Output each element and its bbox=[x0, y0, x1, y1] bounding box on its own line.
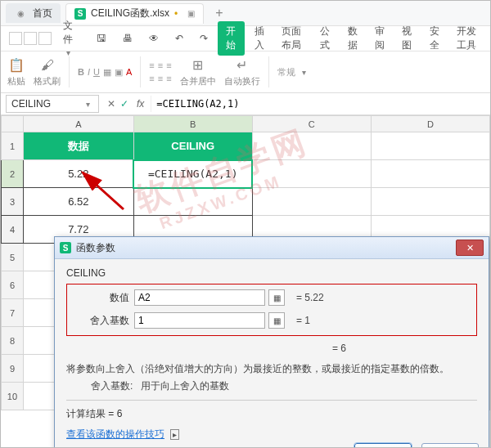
row-header[interactable]: 1 bbox=[2, 132, 24, 160]
qat-save-icon[interactable]: 🖫 bbox=[90, 29, 113, 47]
merge-icon: ⊞ bbox=[190, 57, 206, 74]
align-mid-icon: ≡ bbox=[158, 60, 163, 70]
tab-options-icon[interactable]: ▣ bbox=[187, 9, 195, 18]
header-cell-data[interactable]: 数据 bbox=[23, 132, 133, 160]
ribbon-merge-label: 合并居中 bbox=[180, 75, 216, 87]
menu-start[interactable]: 开始 bbox=[218, 21, 245, 56]
param1-range-picker-icon[interactable]: ▦ bbox=[268, 289, 285, 306]
cell[interactable] bbox=[371, 188, 489, 216]
align-right-icon: ≡ bbox=[166, 74, 171, 83]
ribbon-format-label: 格式刷 bbox=[34, 75, 61, 87]
italic-icon: I bbox=[88, 67, 90, 78]
ribbon-wrap[interactable]: ↵ 自动换行 bbox=[224, 57, 260, 87]
align-left-icon: ≡ bbox=[149, 74, 154, 83]
menu-page-layout[interactable]: 页面布局 bbox=[275, 21, 310, 56]
menu-formula[interactable]: 公式 bbox=[313, 21, 337, 56]
calc-result: 计算结果 = 6 bbox=[66, 407, 477, 421]
wrap-icon: ↵ bbox=[234, 57, 250, 74]
cell[interactable] bbox=[252, 188, 371, 216]
tab-home[interactable]: ◉ 首页 bbox=[6, 3, 61, 23]
cell[interactable] bbox=[252, 132, 371, 160]
name-box-value: CEILING bbox=[11, 98, 51, 110]
param1-label: 数值 bbox=[72, 291, 129, 305]
qat-preview-icon[interactable]: 👁 bbox=[142, 29, 165, 47]
row-header[interactable]: 9 bbox=[2, 355, 24, 383]
ribbon-font-group[interactable]: B I U ▦ ▣ A bbox=[78, 67, 132, 78]
row-header[interactable]: 8 bbox=[2, 327, 24, 355]
tip-icon[interactable]: ▸ bbox=[170, 429, 179, 440]
dialog-close-button[interactable]: ✕ bbox=[456, 240, 484, 256]
formula-bar: CEILING ▾ ✕ ✓ fx bbox=[1, 93, 490, 115]
qat-redo-icon[interactable]: ↷ bbox=[193, 29, 214, 47]
function-description: 将参数向上舍入（沿绝对值增大的方向）为最接近的整数，或最接近的指定基数的倍数。 bbox=[66, 362, 477, 376]
select-all-corner[interactable] bbox=[2, 116, 24, 132]
menu-security[interactable]: 安全 bbox=[423, 21, 447, 56]
ribbon-format-painter[interactable]: 🖌 格式刷 bbox=[34, 57, 61, 87]
param-description: 舍入基数: 用于向上舍入的基数 bbox=[66, 379, 477, 393]
new-tab-button[interactable]: + bbox=[209, 6, 229, 20]
cancel-button[interactable]: 取消 bbox=[421, 443, 479, 448]
qat-print-icon[interactable]: 🖶 bbox=[116, 29, 139, 47]
col-header-c[interactable]: C bbox=[252, 116, 371, 132]
font-color-icon: A bbox=[126, 67, 132, 78]
ribbon-paste[interactable]: 📋 粘贴 bbox=[7, 57, 25, 87]
name-box[interactable]: CEILING ▾ bbox=[6, 95, 99, 113]
cell-b2-editing[interactable]: =CEILING(A2,1) bbox=[133, 160, 252, 188]
ribbon-number-format[interactable]: 常规▾ bbox=[277, 66, 309, 78]
cell[interactable] bbox=[252, 160, 371, 188]
col-header-a[interactable]: A bbox=[23, 116, 133, 132]
modified-indicator: • bbox=[174, 8, 178, 20]
function-arguments-dialog: S 函数参数 ✕ CEILING 数值 ▦ = 5.22 舍入基数 ▦ = 1 bbox=[54, 236, 489, 448]
menu-dev-tools[interactable]: 开发工具 bbox=[450, 21, 485, 56]
dialog-title-bar[interactable]: S 函数参数 ✕ bbox=[55, 237, 489, 259]
param1-input[interactable] bbox=[134, 289, 265, 306]
param2-input[interactable] bbox=[134, 312, 265, 329]
menu-bar: 文件▾ 🖫 🖶 👁 ↶ ↷ 开始 插入 页面布局 公式 数据 审阅 视图 安全 … bbox=[1, 26, 490, 52]
param2-result: = 1 bbox=[296, 315, 310, 326]
row-header[interactable]: 7 bbox=[2, 299, 24, 327]
format-painter-icon: 🖌 bbox=[39, 57, 56, 74]
align-bot-icon: ≡ bbox=[166, 60, 171, 70]
cell[interactable] bbox=[371, 160, 489, 188]
menu-insert[interactable]: 插入 bbox=[248, 21, 272, 56]
dialog-title: 函数参数 bbox=[76, 241, 451, 255]
help-link[interactable]: 查看该函数的操作技巧 bbox=[66, 428, 164, 440]
cell[interactable] bbox=[371, 132, 489, 160]
qat-undo-icon[interactable]: ↶ bbox=[169, 29, 190, 47]
chevron-down-icon: ▾ bbox=[86, 100, 90, 109]
ribbon-merge[interactable]: ⊞ 合并居中 bbox=[180, 57, 216, 87]
row-header[interactable]: 10 bbox=[2, 383, 24, 410]
col-header-b[interactable]: B bbox=[133, 116, 252, 132]
ribbon-paste-label: 粘贴 bbox=[7, 75, 25, 87]
formula-cancel-icon[interactable]: ✕ bbox=[107, 98, 115, 110]
menu-view[interactable]: 视图 bbox=[395, 21, 419, 56]
cell-a3[interactable]: 6.52 bbox=[23, 188, 133, 216]
menu-data[interactable]: 数据 bbox=[341, 21, 365, 56]
cell-a2[interactable]: 5.22 bbox=[23, 160, 133, 188]
tab-home-label: 首页 bbox=[33, 7, 52, 20]
menu-file[interactable]: 文件▾ bbox=[56, 16, 87, 61]
row-header[interactable]: 6 bbox=[2, 271, 24, 299]
underline-icon: U bbox=[93, 67, 100, 78]
param1-result: = 5.22 bbox=[296, 292, 324, 303]
fx-icon[interactable]: fx bbox=[137, 98, 144, 110]
formula-input[interactable] bbox=[151, 96, 490, 112]
param-highlight-box: 数值 ▦ = 5.22 舍入基数 ▦ = 1 bbox=[66, 284, 477, 336]
row-header[interactable]: 3 bbox=[2, 188, 24, 216]
row-header[interactable]: 4 bbox=[2, 216, 24, 244]
home-icon: ◉ bbox=[17, 9, 25, 18]
cell[interactable] bbox=[133, 188, 252, 216]
formula-confirm-icon[interactable]: ✓ bbox=[120, 98, 128, 110]
window-layout-buttons[interactable] bbox=[9, 32, 53, 45]
function-result: = 6 bbox=[66, 343, 477, 354]
ribbon-align-group[interactable]: ≡ ≡ ≡ ≡ ≡ ≡ bbox=[149, 60, 171, 83]
col-header-d[interactable]: D bbox=[371, 116, 489, 132]
menu-review[interactable]: 审阅 bbox=[368, 21, 392, 56]
row-header[interactable]: 5 bbox=[2, 244, 24, 271]
align-top-icon: ≡ bbox=[149, 60, 154, 70]
help-link-row: 查看该函数的操作技巧 ▸ bbox=[66, 428, 477, 441]
row-header[interactable]: 2 bbox=[2, 160, 24, 188]
ok-button[interactable]: 确定 bbox=[354, 443, 412, 448]
param2-range-picker-icon[interactable]: ▦ bbox=[268, 312, 285, 329]
header-cell-ceiling[interactable]: CEILING bbox=[133, 132, 252, 160]
